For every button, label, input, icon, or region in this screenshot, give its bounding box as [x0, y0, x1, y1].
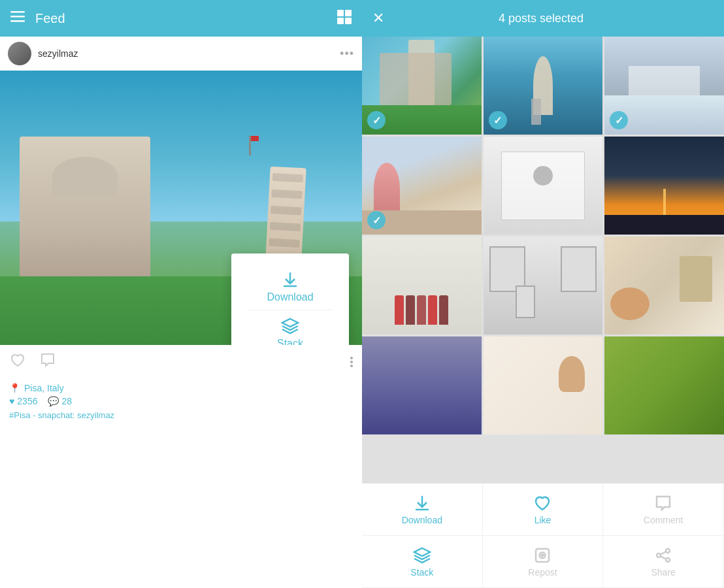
check-2: ✓: [489, 111, 507, 129]
comments-bubble-icon: 💬: [48, 396, 59, 406]
svg-rect-1: [10, 16, 25, 18]
grid-photo-10[interactable]: [362, 336, 482, 434]
svg-rect-2: [10, 20, 25, 22]
svg-marker-9: [282, 319, 298, 327]
share-action-label: Share: [651, 567, 675, 578]
close-button[interactable]: ✕: [372, 10, 384, 27]
like-icon[interactable]: [9, 351, 26, 372]
post-image: Download Stack Repost: [0, 71, 362, 345]
grid-photo-6[interactable]: [604, 137, 724, 235]
post-actions-bar: [0, 345, 362, 379]
hamburger-icon[interactable]: [10, 9, 25, 27]
grid-photo-7[interactable]: [362, 237, 482, 335]
avatar: [8, 42, 31, 65]
action-stack[interactable]: Stack: [362, 536, 483, 588]
grid-photo-4[interactable]: ✓: [362, 137, 482, 235]
location-pin-icon: 📍: [9, 383, 20, 393]
left-panel: Feed sezyilmaz •••: [0, 0, 362, 588]
grid-photo-11[interactable]: [484, 336, 603, 434]
caption: #Pisa - snapchat: sezyilmaz: [9, 410, 114, 420]
grid-photo-3[interactable]: ✓: [604, 37, 724, 135]
svg-point-23: [542, 554, 544, 556]
svg-rect-6: [345, 18, 352, 24]
stack-action-label: Stack: [410, 567, 433, 578]
bottom-action-bar: Download Like Comment Stack: [362, 483, 724, 588]
right-header: ✕ 4 posts selected: [362, 0, 724, 37]
context-menu: Download Stack Repost: [231, 253, 349, 345]
repost-action-label: Repost: [528, 567, 557, 578]
svg-rect-3: [337, 10, 344, 16]
grid-photo-9[interactable]: [604, 237, 724, 335]
username: sezyilmaz: [38, 48, 340, 59]
photo-grid: ✓ ✓ ✓ ✓: [362, 37, 724, 483]
selection-count-title: 4 posts selected: [395, 12, 687, 25]
svg-line-28: [661, 556, 666, 559]
left-header: Feed: [0, 0, 362, 37]
grid-photo-5[interactable]: [484, 137, 603, 235]
context-download[interactable]: Download: [247, 264, 333, 310]
action-download[interactable]: Download: [362, 483, 483, 536]
comment-action-label: Comment: [644, 515, 683, 525]
comments-count: 28: [61, 396, 72, 406]
action-share[interactable]: Share: [603, 536, 724, 588]
action-like[interactable]: Like: [483, 483, 604, 536]
right-panel: ✕ 4 posts selected ✓ ✓ ✓: [362, 0, 724, 588]
check-1: ✓: [367, 111, 386, 129]
like-action-label: Like: [535, 515, 551, 525]
stack-label: Stack: [277, 338, 303, 345]
location-text: Pisa, Italy: [24, 383, 64, 393]
more-dots-icon[interactable]: [350, 357, 353, 367]
svg-point-26: [666, 558, 670, 562]
user-row: sezyilmaz •••: [0, 37, 362, 71]
more-options[interactable]: •••: [340, 47, 354, 61]
action-comment[interactable]: Comment: [603, 483, 724, 536]
grid-photo-2[interactable]: ✓: [484, 37, 603, 135]
post-meta: 📍 Pisa, Italy ♥ 2356 💬 28 #Pisa - snapch…: [0, 379, 362, 423]
svg-point-25: [657, 553, 661, 557]
svg-point-24: [666, 549, 670, 553]
svg-line-27: [661, 551, 666, 554]
left-header-title: Feed: [35, 11, 337, 26]
grid-photo-12[interactable]: [604, 336, 724, 434]
grid-photo-1[interactable]: ✓: [362, 37, 482, 135]
svg-rect-4: [345, 10, 352, 16]
grid-photo-8[interactable]: [484, 237, 603, 335]
action-repost[interactable]: Repost: [483, 536, 604, 588]
comment-icon[interactable]: [39, 351, 56, 372]
context-stack[interactable]: Stack: [247, 310, 333, 345]
svg-rect-0: [10, 11, 25, 13]
svg-rect-5: [337, 18, 344, 24]
download-action-label: Download: [402, 515, 442, 525]
check-4: ✓: [367, 211, 386, 229]
likes-heart-icon: ♥: [9, 396, 14, 406]
svg-marker-20: [414, 548, 430, 556]
download-label: Download: [267, 291, 313, 303]
likes-count: 2356: [17, 396, 37, 406]
grid-view-icon[interactable]: [337, 10, 352, 27]
